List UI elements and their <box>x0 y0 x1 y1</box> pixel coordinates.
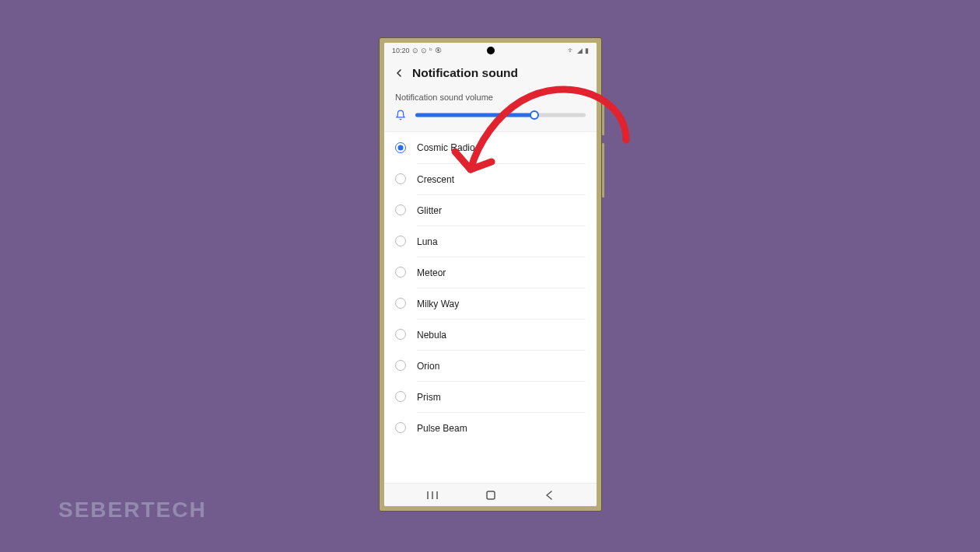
slider-fill <box>415 114 534 117</box>
sound-label-wrap: Milky Way <box>417 288 586 319</box>
watermark-text: SEBERTECH <box>58 498 207 522</box>
slider-thumb[interactable] <box>530 110 539 120</box>
nav-back-button[interactable] <box>534 487 565 503</box>
status-icon: ⦿ <box>435 47 442 54</box>
radio-button[interactable] <box>395 204 406 215</box>
radio-button[interactable] <box>395 298 406 309</box>
sound-item[interactable]: Glitter <box>395 194 586 225</box>
radio-button[interactable] <box>395 391 406 402</box>
sound-label: Milky Way <box>417 299 459 309</box>
chevron-left-icon <box>545 491 553 500</box>
home-icon <box>486 491 495 500</box>
sound-label-wrap: Nebula <box>417 319 586 350</box>
sound-label: Prism <box>417 392 441 403</box>
camera-cutout <box>487 47 495 54</box>
radio-button[interactable] <box>395 173 406 184</box>
status-bar: 10:20 ⊙ ⊙ ᵇ ⦿ ᯤ ◢ ▮ <box>384 43 597 58</box>
radio-button[interactable] <box>395 236 406 246</box>
sound-label-wrap: Pulse Beam <box>417 412 586 443</box>
sound-label: Crescent <box>417 174 454 185</box>
radio-button[interactable] <box>395 422 406 433</box>
sound-item[interactable]: Pulse Beam <box>395 412 586 443</box>
sound-label-wrap: Meteor <box>417 257 586 288</box>
sound-label: Cosmic Radio <box>417 142 475 153</box>
wifi-icon: ᯤ <box>568 47 575 54</box>
sound-item[interactable]: Orion <box>395 350 586 381</box>
sound-item[interactable]: Luna <box>395 225 586 257</box>
radio-button[interactable] <box>395 267 406 278</box>
sound-label: Glitter <box>417 205 442 216</box>
home-button[interactable] <box>475 487 506 503</box>
phone-screen: 10:20 ⊙ ⊙ ᵇ ⦿ ᯤ ◢ ▮ Notification sound N… <box>384 43 597 506</box>
status-left: 10:20 ⊙ ⊙ ᵇ ⦿ <box>392 47 442 54</box>
sound-label: Nebula <box>417 330 446 341</box>
sound-list: Cosmic RadioCrescentGlitterLunaMeteorMil… <box>384 131 597 483</box>
sound-label: Luna <box>417 236 438 247</box>
page-title: Notification sound <box>412 66 518 80</box>
recents-button[interactable] <box>417 487 448 503</box>
navigation-bar <box>384 483 597 506</box>
sound-item[interactable]: Cosmic Radio <box>395 132 586 163</box>
sound-label-wrap: Crescent <box>417 163 586 194</box>
sound-label: Meteor <box>417 267 446 278</box>
phone-frame: 10:20 ⊙ ⊙ ᵇ ⦿ ᯤ ◢ ▮ Notification sound N… <box>379 37 602 512</box>
volume-slider[interactable] <box>415 110 586 120</box>
sound-label: Pulse Beam <box>417 423 467 434</box>
sound-label-wrap: Prism <box>417 381 586 412</box>
bell-icon <box>395 110 406 121</box>
volume-section: Notification sound volume <box>384 88 597 131</box>
sound-label: Orion <box>417 361 439 372</box>
back-button[interactable] <box>392 66 406 80</box>
phone-side-button <box>602 143 604 197</box>
volume-row <box>395 110 586 121</box>
sound-label-wrap: Orion <box>417 350 586 381</box>
signal-icon: ◢ <box>577 47 583 54</box>
page-header: Notification sound <box>384 58 597 88</box>
status-icon: ⊙ <box>421 47 427 54</box>
sound-item[interactable]: Meteor <box>395 257 586 288</box>
sound-item[interactable]: Crescent <box>395 163 586 194</box>
sound-label-wrap: Cosmic Radio <box>417 132 586 163</box>
sound-label-wrap: Glitter <box>417 194 586 225</box>
radio-button[interactable] <box>395 142 406 153</box>
phone-side-button <box>602 100 604 135</box>
sound-item[interactable]: Milky Way <box>395 288 586 319</box>
status-icon: ᵇ <box>429 47 432 54</box>
radio-button[interactable] <box>395 360 406 371</box>
svg-rect-3 <box>487 491 495 499</box>
battery-icon: ▮ <box>585 47 589 54</box>
volume-label: Notification sound volume <box>395 93 586 102</box>
status-icon: ⊙ <box>412 47 418 54</box>
sound-label-wrap: Luna <box>417 225 586 257</box>
status-right: ᯤ ◢ ▮ <box>568 47 589 54</box>
status-time: 10:20 <box>392 47 410 54</box>
sound-item[interactable]: Prism <box>395 381 586 412</box>
recents-icon <box>427 491 438 500</box>
radio-button[interactable] <box>395 329 406 340</box>
sound-item[interactable]: Nebula <box>395 319 586 350</box>
chevron-left-icon <box>393 67 405 79</box>
